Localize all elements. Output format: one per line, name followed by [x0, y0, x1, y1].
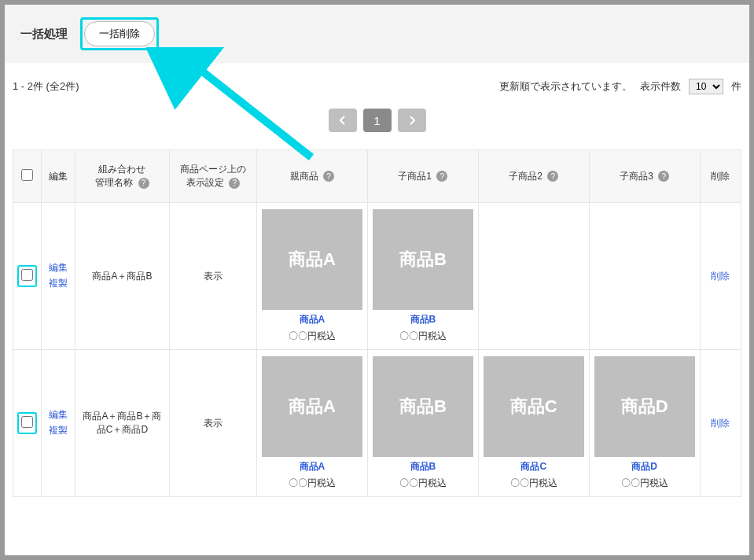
- page-size-select[interactable]: 10: [689, 79, 723, 94]
- product-image: 商品C: [484, 356, 584, 457]
- info-row: 1 - 2件 (全2件) 更新順で表示されています。 表示件数 10 件: [5, 63, 749, 99]
- help-icon[interactable]: ?: [436, 171, 447, 182]
- combo-name-cell: 商品A＋商品B＋商品C＋商品D: [75, 350, 170, 497]
- delete-link[interactable]: 削除: [711, 271, 730, 282]
- th-child3: 子商品3 ?: [589, 150, 700, 203]
- product-price: 〇〇円税込: [289, 330, 336, 343]
- table-row: 編集複製商品A＋商品B表示商品A商品A〇〇円税込商品B商品B〇〇円税込削除: [13, 203, 741, 350]
- info-right: 更新順で表示されています。 表示件数 10 件: [499, 79, 741, 94]
- page-next-button[interactable]: [398, 109, 426, 132]
- product-price: 〇〇円税込: [399, 330, 447, 343]
- product-cell: 商品B商品B〇〇円税込: [367, 203, 478, 350]
- help-icon[interactable]: ?: [138, 178, 149, 189]
- product-name-link[interactable]: 商品B: [410, 313, 436, 326]
- product-image: 商品A: [262, 209, 362, 310]
- select-all-checkbox[interactable]: [21, 169, 33, 181]
- product-name-link[interactable]: 商品D: [631, 460, 657, 473]
- page-1-button[interactable]: 1: [363, 109, 392, 132]
- product-price: 〇〇円税込: [399, 477, 447, 490]
- product-cell: 商品D商品D〇〇円税込: [589, 350, 700, 497]
- product-cell: 商品B商品B〇〇円税込: [367, 350, 478, 497]
- bulk-delete-button[interactable]: 一括削除: [84, 21, 155, 46]
- result-count: 1 - 2件 (全2件): [13, 79, 79, 94]
- th-delete: 削除: [700, 150, 741, 203]
- product-name-link[interactable]: 商品B: [410, 460, 436, 473]
- row-checkbox-highlight: [17, 265, 37, 287]
- row-checkbox-highlight: [17, 412, 37, 434]
- pagination: 1: [5, 99, 749, 149]
- page-size-label: 表示件数: [640, 79, 681, 94]
- product-image: 商品B: [373, 209, 473, 310]
- product-cell: 商品A商品A〇〇円税込: [256, 350, 367, 497]
- help-icon[interactable]: ?: [229, 178, 240, 189]
- help-icon[interactable]: ?: [323, 171, 334, 182]
- page-prev-button[interactable]: [329, 109, 357, 132]
- product-image: 商品B: [373, 356, 473, 457]
- product-price: 〇〇円税込: [621, 477, 668, 490]
- product-name-link[interactable]: 商品A: [300, 460, 326, 473]
- table-wrap: 編集 組み合わせ 管理名称 ? 商品ページ上の 表示設定 ? 親商品 ? 子商: [5, 149, 749, 497]
- page-size-unit: 件: [731, 79, 741, 94]
- bulk-delete-highlight: 一括削除: [80, 17, 159, 50]
- product-price: 〇〇円税込: [510, 477, 557, 490]
- chevron-right-icon: [408, 116, 416, 125]
- table-row: 編集複製商品A＋商品B＋商品C＋商品D表示商品A商品A〇〇円税込商品B商品B〇〇…: [13, 350, 741, 497]
- th-child2: 子商品2 ?: [478, 150, 589, 203]
- product-image: 商品D: [594, 356, 695, 457]
- combo-table: 編集 組み合わせ 管理名称 ? 商品ページ上の 表示設定 ? 親商品 ? 子商: [13, 149, 741, 497]
- sort-text: 更新順で表示されています。: [499, 79, 632, 94]
- copy-link[interactable]: 複製: [45, 278, 71, 290]
- delete-link[interactable]: 削除: [711, 418, 730, 429]
- th-child1: 子商品1 ?: [367, 150, 478, 203]
- page: 一括処理 一括削除 1 - 2件 (全2件) 更新順で表示されています。 表示件…: [5, 5, 749, 555]
- th-parent: 親商品 ?: [256, 150, 367, 203]
- product-cell: 商品C商品C〇〇円税込: [478, 350, 589, 497]
- product-name-link[interactable]: 商品A: [300, 313, 326, 326]
- copy-link[interactable]: 複製: [45, 425, 71, 437]
- row-checkbox[interactable]: [21, 416, 33, 428]
- help-icon[interactable]: ?: [547, 171, 558, 182]
- edit-link[interactable]: 編集: [45, 262, 71, 274]
- edit-link[interactable]: 編集: [45, 409, 71, 422]
- product-cell: 商品A商品A〇〇円税込: [256, 203, 367, 350]
- display-cell: 表示: [170, 350, 257, 497]
- row-checkbox[interactable]: [21, 269, 33, 281]
- help-icon[interactable]: ?: [658, 171, 669, 182]
- product-image: 商品A: [262, 356, 362, 457]
- chevron-left-icon: [339, 116, 347, 125]
- th-check: [13, 150, 42, 203]
- combo-name-cell: 商品A＋商品B: [75, 203, 170, 350]
- product-price: 〇〇円税込: [289, 477, 336, 490]
- th-combo-name: 組み合わせ 管理名称 ?: [75, 150, 170, 203]
- th-edit: 編集: [42, 150, 75, 203]
- th-display: 商品ページ上の 表示設定 ?: [170, 150, 257, 203]
- table-header-row: 編集 組み合わせ 管理名称 ? 商品ページ上の 表示設定 ? 親商品 ? 子商: [13, 150, 741, 203]
- product-name-link[interactable]: 商品C: [520, 460, 546, 473]
- product-cell: [478, 203, 589, 350]
- bulk-title: 一括処理: [20, 27, 68, 42]
- display-cell: 表示: [170, 203, 257, 350]
- bulk-bar: 一括処理 一括削除: [5, 5, 749, 63]
- product-cell: [589, 203, 700, 350]
